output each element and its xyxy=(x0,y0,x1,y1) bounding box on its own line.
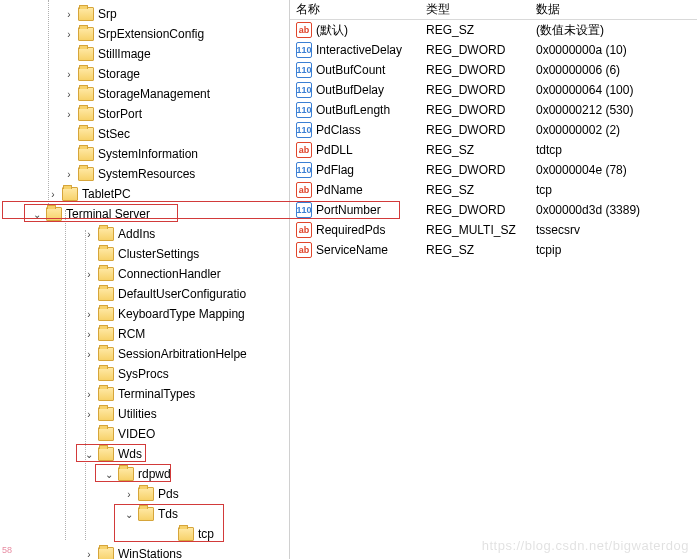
folder-icon xyxy=(98,447,114,461)
chevron-right-icon[interactable]: › xyxy=(82,307,96,321)
tree-item-rdpwd[interactable]: ⌄rdpwd xyxy=(4,464,289,484)
tree-item-label: DefaultUserConfiguratio xyxy=(118,287,250,301)
folder-icon xyxy=(98,367,114,381)
registry-values-pane: 名称 类型 数据 ab(默认)REG_SZ(数值未设置)110Interacti… xyxy=(290,0,697,559)
chevron-right-icon[interactable]: › xyxy=(62,107,76,121)
folder-icon xyxy=(46,207,62,221)
value-row[interactable]: 110OutBufCountREG_DWORD0x00000006 (6) xyxy=(290,60,697,80)
tree-item-sessionarbitrationhelpe[interactable]: ›SessionArbitrationHelpe xyxy=(4,344,289,364)
value-data: 0x00000064 (100) xyxy=(536,83,691,97)
chevron-right-icon[interactable]: › xyxy=(46,187,60,201)
chevron-right-icon[interactable]: › xyxy=(122,487,136,501)
chevron-right-icon[interactable]: › xyxy=(62,7,76,21)
header-data[interactable]: 数据 xyxy=(536,1,691,18)
tree-item-clustersettings[interactable]: ClusterSettings xyxy=(4,244,289,264)
value-row[interactable]: 110InteractiveDelayREG_DWORD0x0000000a (… xyxy=(290,40,697,60)
value-row[interactable]: 110PortNumberREG_DWORD0x00000d3d (3389) xyxy=(290,200,697,220)
folder-icon xyxy=(98,347,114,361)
value-row[interactable]: 110OutBufLengthREG_DWORD0x00000212 (530) xyxy=(290,100,697,120)
reg-sz-icon: ab xyxy=(296,222,312,238)
value-data: 0x00000002 (2) xyxy=(536,123,691,137)
value-name: ServiceName xyxy=(316,243,388,257)
chevron-right-icon[interactable]: › xyxy=(82,547,96,559)
value-row[interactable]: abRequiredPdsREG_MULTI_SZtssecsrv xyxy=(290,220,697,240)
chevron-right-icon[interactable]: › xyxy=(82,347,96,361)
tree-item-label: KeyboardType Mapping xyxy=(118,307,249,321)
folder-icon xyxy=(98,247,114,261)
chevron-down-icon[interactable]: ⌄ xyxy=(30,207,44,221)
value-name: OutBufLength xyxy=(316,103,390,117)
chevron-right-icon[interactable]: › xyxy=(82,407,96,421)
chevron-right-icon[interactable]: › xyxy=(82,227,96,241)
tree-item-srpextensionconfig[interactable]: ›SrpExtensionConfig xyxy=(4,24,289,44)
folder-icon xyxy=(78,167,94,181)
tree-item-terminaltypes[interactable]: ›TerminalTypes xyxy=(4,384,289,404)
tree-item-label: Storage xyxy=(98,67,144,81)
tree-item-label: StorPort xyxy=(98,107,146,121)
header-name[interactable]: 名称 xyxy=(296,1,426,18)
tree-item-label: SrpExtensionConfig xyxy=(98,27,208,41)
tree-item-label: ClusterSettings xyxy=(118,247,203,261)
chevron-down-icon[interactable]: ⌄ xyxy=(82,447,96,461)
folder-icon xyxy=(78,47,94,61)
tree-item-sysprocs[interactable]: SysProcs xyxy=(4,364,289,384)
tree-item-video[interactable]: VIDEO xyxy=(4,424,289,444)
chevron-right-icon[interactable]: › xyxy=(62,167,76,181)
value-name: InteractiveDelay xyxy=(316,43,402,57)
tree-item-utilities[interactable]: ›Utilities xyxy=(4,404,289,424)
value-row[interactable]: 110OutBufDelayREG_DWORD0x00000064 (100) xyxy=(290,80,697,100)
chevron-right-icon[interactable]: › xyxy=(62,67,76,81)
value-row[interactable]: abPdNameREG_SZtcp xyxy=(290,180,697,200)
tree-item-addins[interactable]: ›AddIns xyxy=(4,224,289,244)
value-row[interactable]: 110PdFlagREG_DWORD0x0000004e (78) xyxy=(290,160,697,180)
tree-item-stsec[interactable]: StSec xyxy=(4,124,289,144)
folder-icon xyxy=(98,287,114,301)
tree-item-storport[interactable]: ›StorPort xyxy=(4,104,289,124)
tree-item-keyboardtype-mapping[interactable]: ›KeyboardType Mapping xyxy=(4,304,289,324)
tree-item-systeminformation[interactable]: SystemInformation xyxy=(4,144,289,164)
tree-item-stillimage[interactable]: StillImage xyxy=(4,44,289,64)
folder-icon xyxy=(78,87,94,101)
chevron-right-icon[interactable]: › xyxy=(82,387,96,401)
tree-item-tabletpc[interactable]: ›TabletPC xyxy=(4,184,289,204)
tree-item-defaultuserconfiguratio[interactable]: DefaultUserConfiguratio xyxy=(4,284,289,304)
registry-tree[interactable]: ›Srp›SrpExtensionConfigStillImage›Storag… xyxy=(4,4,289,559)
folder-icon xyxy=(78,107,94,121)
chevron-right-icon[interactable]: › xyxy=(62,87,76,101)
tree-item-winstations[interactable]: ›WinStations xyxy=(4,544,289,559)
value-data: 0x00000212 (530) xyxy=(536,103,691,117)
tree-item-tds[interactable]: ⌄Tds xyxy=(4,504,289,524)
tree-item-rcm[interactable]: ›RCM xyxy=(4,324,289,344)
chevron-right-icon[interactable]: › xyxy=(82,267,96,281)
tree-item-label: Wds xyxy=(118,447,146,461)
tree-item-label: TerminalTypes xyxy=(118,387,199,401)
tree-item-label: Utilities xyxy=(118,407,161,421)
tree-item-label: WinStations xyxy=(118,547,186,559)
tree-item-storage[interactable]: ›Storage xyxy=(4,64,289,84)
tree-item-systemresources[interactable]: ›SystemResources xyxy=(4,164,289,184)
value-name: PdClass xyxy=(316,123,361,137)
chevron-right-icon[interactable]: › xyxy=(82,327,96,341)
chevron-right-icon[interactable]: › xyxy=(62,27,76,41)
tree-item-srp[interactable]: ›Srp xyxy=(4,4,289,24)
value-type: REG_MULTI_SZ xyxy=(426,223,536,237)
folder-icon xyxy=(78,27,94,41)
tree-item-tcp[interactable]: tcp xyxy=(4,524,289,544)
grid-header[interactable]: 名称 类型 数据 xyxy=(290,0,697,20)
chevron-down-icon[interactable]: ⌄ xyxy=(122,507,136,521)
value-name: OutBufDelay xyxy=(316,83,384,97)
tree-item-connectionhandler[interactable]: ›ConnectionHandler xyxy=(4,264,289,284)
value-row[interactable]: abPdDLLREG_SZtdtcp xyxy=(290,140,697,160)
value-row[interactable]: ab(默认)REG_SZ(数值未设置) xyxy=(290,20,697,40)
value-row[interactable]: abServiceNameREG_SZtcpip xyxy=(290,240,697,260)
tree-item-label: Terminal Server xyxy=(66,207,154,221)
tree-item-label: VIDEO xyxy=(118,427,159,441)
tree-item-storagemanagement[interactable]: ›StorageManagement xyxy=(4,84,289,104)
tree-item-wds[interactable]: ⌄Wds xyxy=(4,444,289,464)
chevron-down-icon[interactable]: ⌄ xyxy=(102,467,116,481)
value-type: REG_SZ xyxy=(426,243,536,257)
header-type[interactable]: 类型 xyxy=(426,1,536,18)
value-row[interactable]: 110PdClassREG_DWORD0x00000002 (2) xyxy=(290,120,697,140)
tree-item-terminal-server[interactable]: ⌄Terminal Server xyxy=(4,204,289,224)
tree-item-pds[interactable]: ›Pds xyxy=(4,484,289,504)
